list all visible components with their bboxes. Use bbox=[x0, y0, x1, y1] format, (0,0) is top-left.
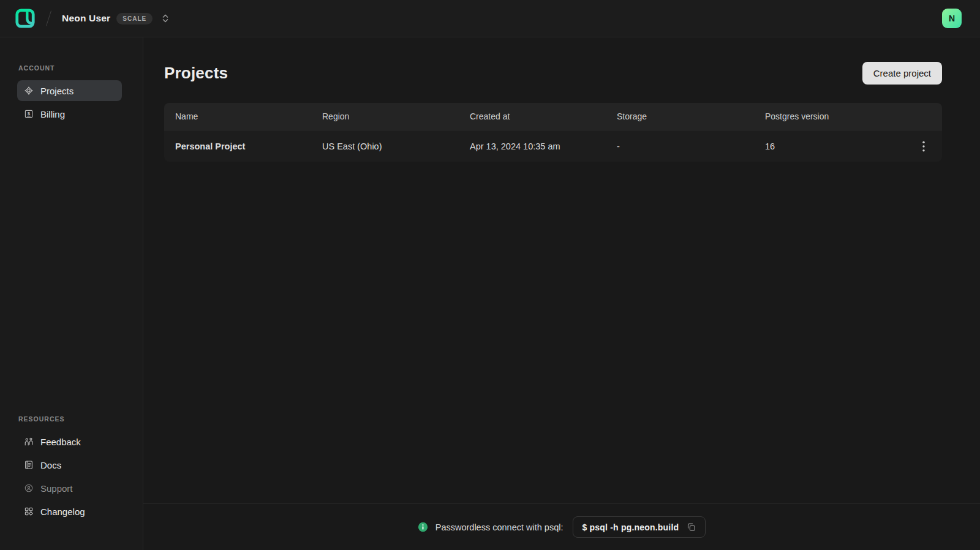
docs-icon bbox=[23, 459, 34, 470]
sidebar: ACCOUNT Projects $ bbox=[0, 37, 143, 550]
table-header-row: Name Region Created at Storage Postgres … bbox=[164, 103, 942, 130]
project-postgres-version: 16 bbox=[765, 141, 915, 151]
sidebar-item-support[interactable]: Support bbox=[17, 478, 122, 499]
project-name: Personal Project bbox=[175, 141, 322, 151]
copy-button[interactable] bbox=[686, 522, 696, 532]
sidebar-item-label: Changelog bbox=[40, 507, 85, 517]
table-row[interactable]: Personal Project US East (Ohio) Apr 13, … bbox=[164, 130, 942, 162]
avatar[interactable]: N bbox=[942, 9, 962, 28]
support-icon bbox=[23, 483, 34, 494]
topbar: Neon User SCALE N bbox=[0, 0, 980, 37]
column-header-storage: Storage bbox=[617, 111, 765, 121]
sidebar-item-feedback[interactable]: Feedback bbox=[17, 431, 122, 452]
copy-icon bbox=[686, 522, 696, 532]
sidebar-section-account: ACCOUNT bbox=[18, 64, 122, 72]
breadcrumb-slash bbox=[46, 10, 51, 26]
plan-badge: SCALE bbox=[116, 13, 153, 24]
projects-icon bbox=[23, 85, 34, 96]
neon-logo-icon[interactable] bbox=[15, 8, 36, 29]
sidebar-item-label: Projects bbox=[40, 86, 74, 96]
svg-text:$: $ bbox=[28, 111, 31, 116]
sidebar-item-label: Docs bbox=[40, 460, 61, 470]
passwordless-connect-label: Passwordless connect with psql: bbox=[435, 522, 564, 532]
sidebar-item-label: Feedback bbox=[40, 437, 81, 447]
chevron-up-down-icon bbox=[161, 13, 170, 23]
project-region: US East (Ohio) bbox=[322, 141, 470, 151]
column-header-created-at: Created at bbox=[470, 111, 617, 121]
feedback-icon bbox=[23, 436, 34, 447]
info-icon bbox=[418, 522, 428, 532]
sidebar-section-resources: RESOURCES bbox=[18, 415, 122, 423]
column-header-region: Region bbox=[322, 111, 470, 121]
row-actions-button[interactable] bbox=[915, 138, 932, 155]
column-header-name: Name bbox=[175, 111, 322, 121]
projects-table: Name Region Created at Storage Postgres … bbox=[164, 103, 942, 162]
column-header-postgres-version: Postgres version bbox=[765, 111, 915, 121]
create-project-button[interactable]: Create project bbox=[862, 62, 942, 85]
page-title: Projects bbox=[164, 64, 228, 83]
main-content: Projects Create project Name Region Crea… bbox=[143, 37, 980, 550]
sidebar-item-changelog[interactable]: Changelog bbox=[17, 501, 122, 522]
org-switcher[interactable]: Neon User SCALE bbox=[62, 13, 170, 24]
sidebar-item-billing[interactable]: $ Billing bbox=[17, 104, 122, 124]
psql-command: $ psql -h pg.neon.build bbox=[582, 522, 679, 532]
sidebar-item-projects[interactable]: Projects bbox=[17, 80, 122, 101]
sidebar-item-label: Support bbox=[40, 483, 73, 494]
project-created-at: Apr 13, 2024 10:35 am bbox=[470, 141, 617, 151]
project-storage: - bbox=[617, 141, 765, 151]
org-name: Neon User bbox=[62, 13, 110, 24]
kebab-menu-icon bbox=[922, 141, 925, 152]
changelog-icon bbox=[23, 506, 34, 517]
sidebar-item-label: Billing bbox=[40, 109, 65, 119]
sidebar-item-docs[interactable]: Docs bbox=[17, 454, 122, 475]
billing-icon: $ bbox=[23, 108, 34, 119]
footer-bar: Passwordless connect with psql: $ psql -… bbox=[143, 503, 980, 550]
psql-command-box[interactable]: $ psql -h pg.neon.build bbox=[573, 516, 706, 538]
